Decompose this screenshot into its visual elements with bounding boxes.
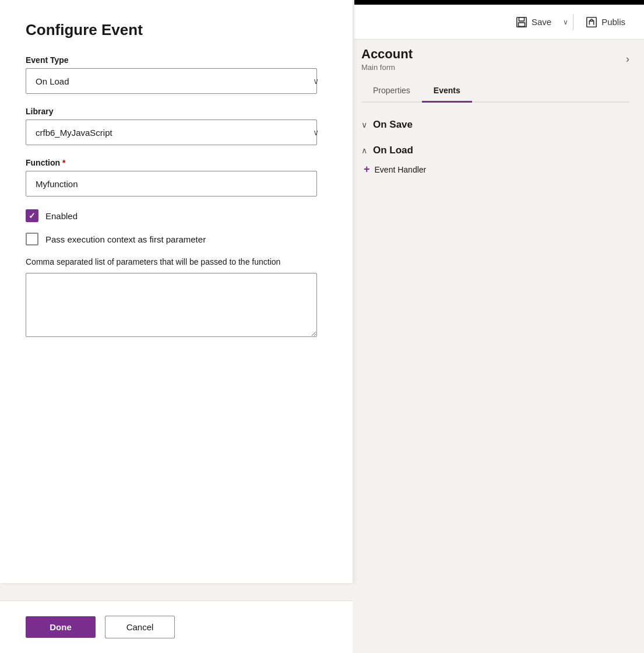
plus-icon: + xyxy=(364,163,370,175)
publish-icon xyxy=(585,16,598,29)
required-star: * xyxy=(62,158,65,167)
event-type-wrapper: On Load On Save ∨ xyxy=(26,68,327,94)
on-save-title: On Save xyxy=(373,119,413,131)
done-button[interactable]: Done xyxy=(26,616,96,638)
toolbar-divider xyxy=(573,14,573,30)
event-handler-label: Event Handler xyxy=(375,165,427,174)
on-load-header[interactable]: ∧ On Load xyxy=(361,145,629,156)
event-type-select[interactable]: On Load On Save xyxy=(26,68,317,94)
enabled-checkmark: ✓ xyxy=(29,211,36,220)
pass-context-checkbox[interactable] xyxy=(26,233,38,245)
dialog-title: Configure Event xyxy=(26,21,327,39)
svg-rect-1 xyxy=(519,17,524,20)
library-label: Library xyxy=(26,107,327,116)
library-wrapper: crfb6_MyJavaScript ∨ xyxy=(26,120,327,145)
library-select[interactable]: crfb6_MyJavaScript xyxy=(26,120,317,145)
event-section-on-save: ∨ On Save xyxy=(361,112,629,138)
top-bar xyxy=(354,0,644,5)
on-save-header[interactable]: ∨ On Save xyxy=(361,119,629,131)
add-event-handler-row[interactable]: + Event Handler xyxy=(364,163,629,175)
enabled-label: Enabled xyxy=(45,211,78,221)
account-header: Account Main form › xyxy=(361,41,629,78)
account-chevron-right[interactable]: › xyxy=(626,53,629,65)
tabs-row: Properties Events xyxy=(361,80,629,103)
on-load-collapse-icon: ∧ xyxy=(361,146,367,155)
save-button[interactable]: Save xyxy=(508,12,558,32)
account-subtitle: Main form xyxy=(361,63,413,72)
on-load-title: On Load xyxy=(373,145,413,156)
save-dropdown-arrow[interactable]: ∨ xyxy=(563,18,568,26)
account-info: Account Main form xyxy=(361,47,413,72)
svg-rect-3 xyxy=(587,17,597,27)
event-section-on-load: ∧ On Load + Event Handler xyxy=(361,138,629,182)
tab-properties[interactable]: Properties xyxy=(361,80,422,103)
pass-context-row: Pass execution context as first paramete… xyxy=(26,233,327,245)
toolbar: Save ∨ Publis xyxy=(354,5,644,40)
account-title: Account xyxy=(361,47,413,62)
account-section: Account Main form › Properties Events ∨ … xyxy=(361,41,629,182)
save-icon xyxy=(515,16,528,29)
save-label: Save xyxy=(532,17,551,27)
configure-event-dialog: Configure Event Event Type On Load On Sa… xyxy=(0,0,353,583)
publish-label: Publis xyxy=(601,17,625,27)
function-label: Function* xyxy=(26,158,327,167)
enabled-row: ✓ Enabled xyxy=(26,209,327,222)
on-save-collapse-icon: ∨ xyxy=(361,120,367,129)
params-label: Comma separated list of parameters that … xyxy=(26,256,327,268)
svg-rect-2 xyxy=(518,22,525,26)
event-type-label: Event Type xyxy=(26,55,327,65)
publish-button[interactable]: Publis xyxy=(578,12,632,32)
dialog-footer: Done Cancel xyxy=(0,601,353,653)
tab-events[interactable]: Events xyxy=(422,80,472,103)
params-textarea[interactable] xyxy=(26,273,317,337)
events-list: ∨ On Save ∧ On Load + Event Handler xyxy=(361,112,629,182)
cancel-button[interactable]: Cancel xyxy=(105,616,175,638)
function-input[interactable] xyxy=(26,171,317,196)
pass-context-label: Pass execution context as first paramete… xyxy=(45,234,206,244)
enabled-checkbox[interactable]: ✓ xyxy=(26,209,38,222)
